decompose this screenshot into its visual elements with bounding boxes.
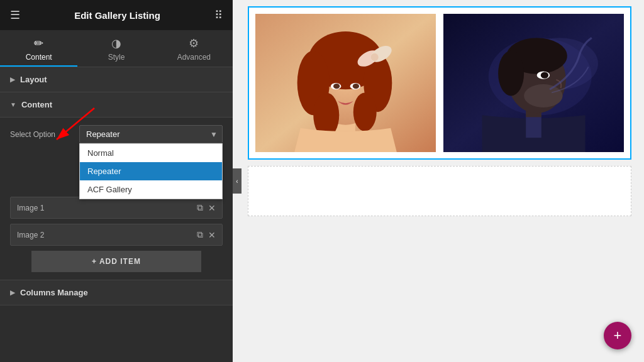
add-item-button[interactable]: + ADD ITEM [31,251,201,272]
select-wrapper: Repeater ▼ Normal Repeater ACF Gallery [79,125,223,143]
layout-section-header[interactable]: ▶ Layout [0,67,233,92]
content-section-header[interactable]: ▼ Content [0,92,233,118]
image-2-label: Image 2 [17,231,192,239]
tab-advanced-label: Advanced [177,53,211,62]
svg-point-12 [370,53,378,61]
left-panel: ☰ Edit Gallery Listing ⠿ ✏ Content ◑ Sty… [0,0,233,362]
grid-icon[interactable]: ⠿ [214,8,223,22]
tab-advanced[interactable]: ⚙ Advanced [155,30,233,67]
fab-icon: + [614,327,622,344]
gallery-bottom-area [248,166,631,216]
content-tab-icon: ✏ [34,36,43,50]
collapse-icon: ‹ [236,178,238,185]
tab-content-label: Content [26,53,52,62]
gallery-image-1-svg [255,14,436,152]
select-option-row: Select Option Repeater ▼ Normal Repeater… [10,125,223,143]
image-2-duplicate-icon[interactable]: ⧉ [197,229,203,240]
content-section-body: Select Option Repeater ▼ Normal Repeater… [0,118,233,280]
dropdown-option-acf[interactable]: ACF Gallery [80,180,222,199]
select-option-input[interactable]: Repeater [79,125,223,143]
image-1-duplicate-icon[interactable]: ⧉ [197,202,203,213]
hamburger-icon[interactable]: ☰ [10,8,20,22]
svg-point-25 [524,84,563,107]
image-2-delete-icon[interactable]: ✕ [208,230,216,240]
image-item-2: Image 2 ⧉ ✕ [10,224,223,246]
select-option-label: Select Option [10,130,79,139]
collapse-handle[interactable]: ‹ [233,168,242,194]
panel-body: ▶ Layout ▼ Content Select Option [0,67,233,362]
content-section-label: Content [21,100,52,109]
advanced-tab-icon: ⚙ [189,36,199,50]
columns-section-label: Columns Manage [20,288,88,297]
canvas-area [233,0,644,362]
columns-section-header[interactable]: ▶ Columns Manage [0,280,233,305]
image-1-label: Image 1 [17,204,192,212]
dropdown-popup: Normal Repeater ACF Gallery [79,143,223,199]
svg-point-27 [541,72,548,79]
svg-point-15 [333,84,340,89]
gallery-top-area [248,6,631,160]
image-item-1: Image 1 ⧉ ✕ [10,197,223,219]
panel-title: Edit Gallery Listing [74,10,160,21]
tabs-bar: ✏ Content ◑ Style ⚙ Advanced [0,30,233,67]
panel-header: ☰ Edit Gallery Listing ⠿ [0,0,233,30]
select-value-text: Repeater [86,129,119,139]
tab-style[interactable]: ◑ Style [77,30,155,67]
fab-button[interactable]: + [604,322,631,349]
style-tab-icon: ◑ [111,36,121,50]
layout-section-label: Layout [20,75,47,84]
gallery-image-1 [255,14,436,152]
right-panel: ‹ [233,0,644,362]
gallery-image-2-svg [443,14,624,152]
svg-point-16 [353,84,359,89]
tab-style-label: Style [108,53,125,62]
dropdown-option-normal[interactable]: Normal [80,144,222,162]
svg-point-24 [498,51,524,96]
content-arrow-icon: ▼ [10,101,16,108]
image-1-delete-icon[interactable]: ✕ [208,203,216,213]
gallery-image-2 [443,14,624,152]
dropdown-option-repeater[interactable]: Repeater [80,162,222,180]
layout-arrow-icon: ▶ [10,76,15,83]
columns-arrow-icon: ▶ [10,289,15,296]
tab-content[interactable]: ✏ Content [0,30,77,67]
svg-point-9 [353,92,377,131]
